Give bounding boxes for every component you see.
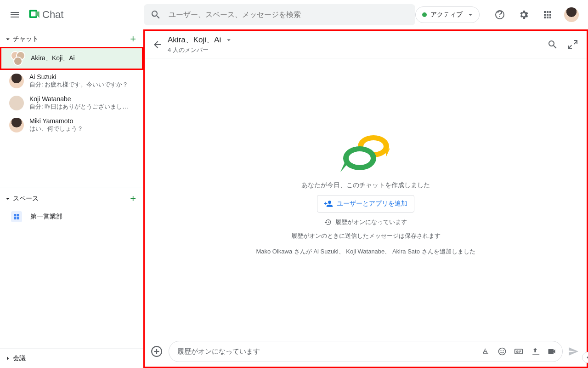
app-title: Chat: [42, 9, 63, 21]
chat-item-preview: 自分: 昨日はありがとうございました…: [29, 103, 132, 111]
account-button[interactable]: [560, 4, 582, 26]
svg-rect-6: [17, 217, 19, 219]
search-icon: [150, 9, 161, 20]
help-button[interactable]: [489, 4, 511, 26]
svg-point-14: [503, 350, 503, 351]
conversation-subtitle: 4 人のメンバー: [168, 45, 233, 54]
svg-rect-5: [14, 217, 16, 219]
new-chat-button[interactable]: +: [130, 33, 138, 45]
conversation-body: あなたが今日、このチャットを作成しました ユーザーとアプリを追加 履歴がオンにな…: [145, 58, 587, 336]
gear-icon: [518, 9, 529, 20]
history-on-label: 履歴がオンになっています: [335, 218, 407, 226]
chat-item[interactable]: Miki Yamamoto はい、何でしょう？: [0, 114, 140, 136]
format-icon: [481, 347, 490, 356]
chat-illustration-icon: [336, 130, 396, 176]
emoji-icon: [498, 347, 507, 356]
composer: 履歴がオンになっています GIF: [145, 336, 587, 367]
caret-down-icon: [4, 35, 12, 43]
conversation-pane: Akira、Koji、Ai 4 人のメンバー: [143, 29, 588, 368]
svg-rect-1: [31, 12, 36, 17]
chat-item-name: Koji Watanabe: [29, 95, 132, 103]
status-label: アクティブ: [430, 11, 463, 19]
main-menu-button[interactable]: [4, 4, 26, 26]
chevron-down-icon: [466, 11, 475, 19]
search-bar[interactable]: [144, 4, 415, 25]
history-note: 履歴がオンのときに送信したメッセージは保存されます: [291, 232, 441, 240]
video-button[interactable]: [544, 344, 560, 359]
svg-point-13: [500, 350, 501, 351]
hamburger-icon: [9, 9, 20, 20]
gif-icon: GIF: [514, 347, 523, 356]
conversation-title: Akira、Koji、Ai: [168, 34, 221, 45]
message-input[interactable]: 履歴がオンになっています GIF: [169, 341, 563, 362]
avatar-icon: [9, 96, 24, 110]
chat-item-name: Ai Suzuki: [29, 73, 128, 80]
space-icon: [11, 211, 22, 222]
avatar-icon: [9, 74, 24, 88]
caret-down-icon: [4, 195, 12, 203]
message-placeholder: 履歴がオンになっています: [177, 347, 478, 356]
chat-logo-icon: [28, 8, 40, 21]
upload-button[interactable]: [527, 344, 543, 359]
person-add-icon: [324, 199, 333, 208]
caret-right-icon: [4, 354, 12, 362]
svg-point-10: [349, 151, 371, 165]
svg-text:GIF: GIF: [516, 350, 521, 353]
chat-item-group[interactable]: Akira、Koji、Ai: [0, 47, 143, 70]
status-selector[interactable]: アクティブ: [415, 6, 480, 23]
chevron-left-icon: [584, 354, 588, 361]
apps-button[interactable]: [537, 4, 559, 26]
chat-item-name: Akira、Koji、Ai: [31, 54, 75, 63]
emoji-button[interactable]: [494, 344, 510, 359]
search-input[interactable]: [165, 11, 413, 19]
chat-item[interactable]: Koji Watanabe 自分: 昨日はありがとうございました…: [0, 92, 140, 114]
svg-point-12: [499, 348, 506, 355]
plus-circle-icon: [151, 345, 163, 357]
members-added-text: Mako Oikawa さんが Ai Suzuki、 Koji Watanabe…: [256, 246, 475, 256]
group-avatar-icon: [11, 51, 25, 66]
avatar-icon: [9, 118, 24, 132]
created-text: あなたが今日、このチャットを作成しました: [301, 181, 430, 190]
gif-button[interactable]: GIF: [511, 344, 526, 359]
back-button[interactable]: [147, 34, 168, 55]
chat-item-preview: はい、何でしょう？: [29, 125, 83, 133]
settings-button[interactable]: [513, 4, 535, 26]
arrow-back-icon: [152, 39, 163, 50]
video-icon: [547, 347, 556, 356]
chat-item-name: Miki Yamamoto: [29, 117, 83, 125]
section-meetings-header[interactable]: 会議: [0, 348, 143, 368]
app-header: Chat アクティブ: [0, 0, 588, 29]
svg-rect-4: [17, 214, 19, 216]
search-in-chat-button[interactable]: [543, 34, 563, 55]
conversation-header: Akira、Koji、Ai 4 人のメンバー: [145, 31, 587, 58]
apps-grid-icon: [542, 9, 553, 20]
history-status: 履歴がオンになっています: [324, 218, 407, 226]
help-icon: [494, 9, 505, 20]
section-meetings-label: 会議: [13, 354, 26, 362]
space-item[interactable]: 第一営業部: [0, 207, 143, 227]
history-icon: [324, 218, 332, 226]
add-users-label: ユーザーとアプリを追加: [337, 200, 407, 208]
collapse-icon: [567, 39, 578, 50]
new-space-button[interactable]: +: [130, 193, 138, 205]
search-icon: [547, 39, 558, 50]
chevron-down-icon: [225, 36, 233, 44]
sidebar: チャット + Akira、Koji、Ai Ai Suzuki 自分: お: [0, 29, 143, 368]
app-logo[interactable]: Chat: [26, 8, 63, 21]
format-button[interactable]: [478, 344, 493, 359]
composer-add-button[interactable]: [147, 342, 166, 361]
chat-item-preview: 自分: お疲れ様です。今いいですか？: [29, 80, 128, 89]
add-users-button[interactable]: ユーザーとアプリを追加: [317, 195, 414, 213]
collapse-button[interactable]: [563, 34, 583, 55]
upload-icon: [531, 347, 540, 356]
send-icon: [568, 346, 579, 357]
section-chats-header[interactable]: チャット +: [0, 31, 143, 47]
chat-item[interactable]: Ai Suzuki 自分: お疲れ様です。今いいですか？: [0, 70, 140, 92]
conversation-title-button[interactable]: Akira、Koji、Ai: [168, 34, 233, 45]
section-spaces-label: スペース: [13, 195, 39, 203]
search-button[interactable]: [147, 6, 165, 24]
section-chats-label: チャット: [13, 35, 39, 43]
user-avatar-icon: [564, 7, 579, 22]
send-button[interactable]: [565, 344, 581, 359]
section-spaces-header[interactable]: スペース +: [0, 188, 143, 207]
